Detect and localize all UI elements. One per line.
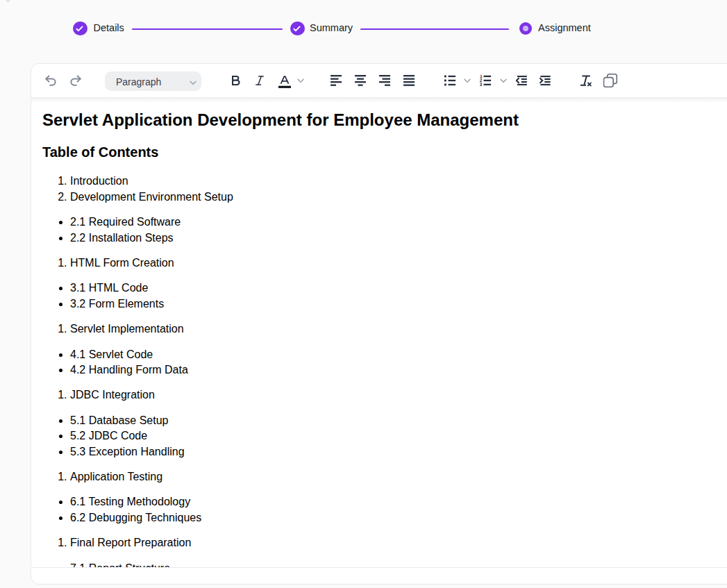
svg-text:3: 3 bbox=[479, 82, 482, 86]
